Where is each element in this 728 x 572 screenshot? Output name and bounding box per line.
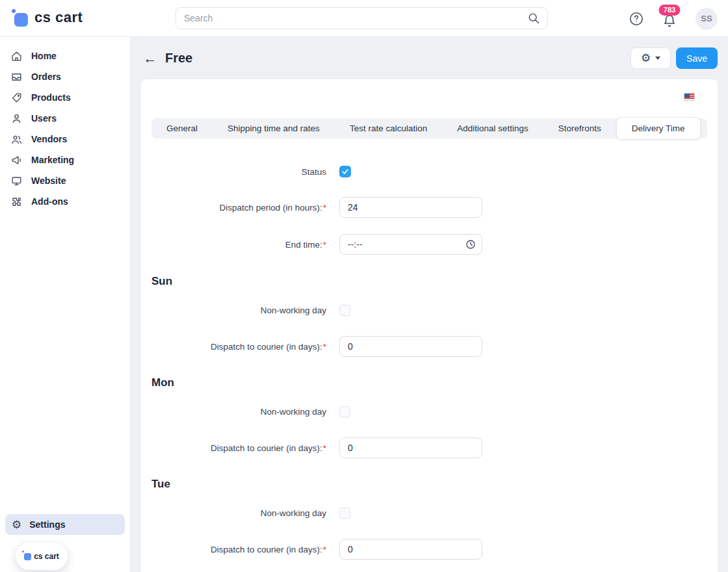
tab-storefronts[interactable]: Storefronts xyxy=(543,118,616,138)
mon-non-working-checkbox[interactable] xyxy=(339,406,350,417)
gear-icon: ⚙ xyxy=(12,519,21,530)
orders-icon xyxy=(10,71,23,83)
dispatch-period-input[interactable] xyxy=(339,197,482,218)
us-flag-icon[interactable] xyxy=(684,93,695,101)
content-card: General Shipping time and rates Test rat… xyxy=(141,79,718,572)
cscart-logo-icon xyxy=(12,8,29,27)
dispatch-period-row: Dispatch period (in hours):* xyxy=(151,197,707,218)
dispatch-period-label: Dispatch period (in hours):* xyxy=(151,203,339,213)
sun-dispatch-row: Dispatch to courier (in days):* xyxy=(151,336,707,357)
user-icon xyxy=(10,112,23,125)
delivery-time-form: Status Dispatch period (in hours):* End … xyxy=(151,161,707,560)
tue-non-working-checkbox[interactable] xyxy=(339,508,350,519)
topbar-right: 783 SS xyxy=(629,0,718,37)
mon-dispatch-row: Dispatch to courier (in days):* xyxy=(151,437,707,458)
day-heading-mon: Mon xyxy=(151,376,707,389)
sun-non-working-row: Non-working day xyxy=(151,305,707,316)
sidebar-item-marketing[interactable]: Marketing xyxy=(0,150,130,170)
sidebar-item-users[interactable]: Users xyxy=(0,108,130,129)
clock-icon[interactable] xyxy=(465,239,476,250)
sidebar-item-home[interactable]: Home xyxy=(0,46,130,66)
cscart-logo[interactable]: cs cart xyxy=(12,8,83,27)
sidebar-item-addons[interactable]: Add-ons xyxy=(0,191,130,212)
dispatch-courier-label: Dispatch to courier (in days):* xyxy=(151,443,339,453)
non-working-day-label: Non-working day xyxy=(151,407,339,417)
tue-non-working-row: Non-working day xyxy=(151,508,707,519)
global-search xyxy=(176,7,548,29)
mon-non-working-row: Non-working day xyxy=(151,406,707,417)
avatar[interactable]: SS xyxy=(696,8,718,30)
gear-icon: ⚙ xyxy=(641,53,651,64)
sidebar-item-vendors[interactable]: Vendors xyxy=(0,129,130,150)
tue-dispatch-input[interactable] xyxy=(339,539,482,560)
cscart-floating-badge[interactable]: cs cart xyxy=(16,543,68,570)
sidebar-item-website[interactable]: Website xyxy=(0,170,130,191)
mon-dispatch-input[interactable] xyxy=(339,437,482,458)
megaphone-icon xyxy=(10,154,23,166)
non-working-day-label: Non-working day xyxy=(151,306,339,315)
tab-bar: General Shipping time and rates Test rat… xyxy=(151,118,707,138)
back-button[interactable]: ← xyxy=(141,49,159,68)
monitor-icon xyxy=(10,175,23,187)
sun-dispatch-input[interactable] xyxy=(339,336,482,357)
day-heading-tue: Tue xyxy=(151,478,707,491)
sidebar-item-products[interactable]: Products xyxy=(0,87,130,108)
tab-delivery-time[interactable]: Delivery Time xyxy=(616,117,701,140)
tab-test-rate-calculation[interactable]: Test rate calculation xyxy=(335,118,442,138)
notification-count-badge: 783 xyxy=(659,5,681,16)
end-time-row: End time:* xyxy=(151,234,707,255)
notifications-button[interactable]: 783 xyxy=(662,13,677,29)
sidebar-item-settings[interactable]: ⚙ Settings xyxy=(5,514,125,535)
tab-shipping-time-and-rates[interactable]: Shipping time and rates xyxy=(213,118,335,138)
end-time-label: End time:* xyxy=(151,240,339,250)
tab-additional-settings[interactable]: Additional settings xyxy=(442,118,543,138)
save-button[interactable]: Save xyxy=(676,47,718,69)
cscart-mini-logo-icon xyxy=(24,553,31,560)
vendors-icon xyxy=(10,133,23,146)
end-time-input[interactable] xyxy=(339,234,482,255)
page-header: ← Free ⚙ Save xyxy=(131,37,728,79)
day-heading-sun: Sun xyxy=(151,275,707,288)
dispatch-courier-label: Dispatch to courier (in days):* xyxy=(151,342,339,352)
sidebar-item-orders[interactable]: Orders xyxy=(0,66,130,87)
dispatch-courier-label: Dispatch to courier (in days):* xyxy=(151,545,339,554)
tue-dispatch-row: Dispatch to courier (in days):* xyxy=(151,539,707,560)
search-input[interactable] xyxy=(176,7,548,29)
help-icon[interactable] xyxy=(629,12,644,26)
topbar: cs cart 783 SS xyxy=(0,0,728,37)
non-working-day-label: Non-working day xyxy=(151,508,339,518)
puzzle-icon xyxy=(10,196,23,208)
search-icon[interactable] xyxy=(527,12,540,25)
tab-general[interactable]: General xyxy=(151,118,213,138)
sidebar: Home Orders Products Users Vendors xyxy=(0,37,131,572)
status-row: Status xyxy=(151,166,707,177)
status-label: Status xyxy=(151,167,339,177)
chevron-down-icon xyxy=(655,57,660,60)
sun-non-working-checkbox[interactable] xyxy=(339,305,350,316)
status-checkbox[interactable] xyxy=(339,166,351,177)
page-title: Free xyxy=(165,51,192,66)
tag-icon xyxy=(10,92,23,104)
home-icon xyxy=(10,50,23,62)
cscart-logo-text: cs cart xyxy=(34,9,83,26)
page-settings-dropdown[interactable]: ⚙ xyxy=(630,47,671,69)
main-content: ← Free ⚙ Save General Shipping time and … xyxy=(131,37,728,572)
